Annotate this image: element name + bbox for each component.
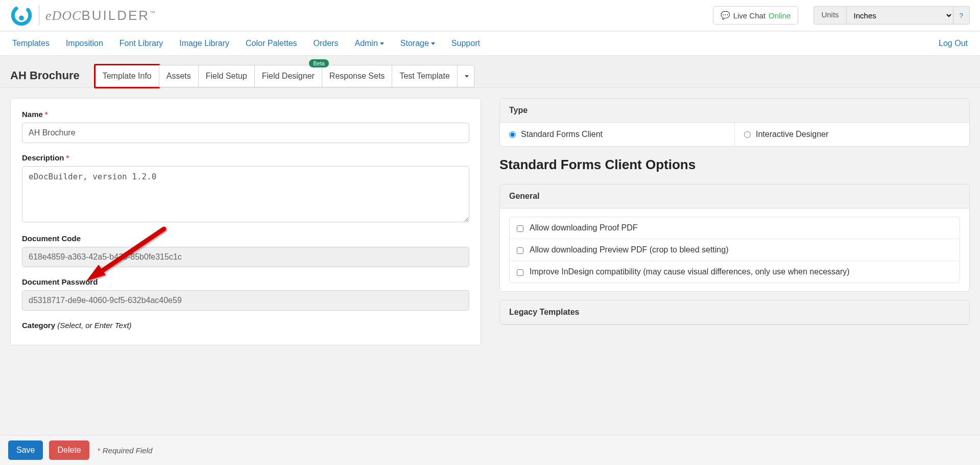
check-label: Improve InDesign compatibility (may caus… xyxy=(530,267,850,276)
live-chat-button[interactable]: 💬 Live Chat Online xyxy=(713,6,799,25)
check-allow-proof-pdf[interactable]: Allow downloading Proof PDF xyxy=(510,217,960,239)
name-input[interactable] xyxy=(22,123,469,143)
save-button[interactable]: Save xyxy=(8,440,43,460)
document-code-input xyxy=(22,247,469,267)
checkbox-indesign[interactable] xyxy=(517,269,523,276)
tab-field-designer[interactable]: Field Designer Beta xyxy=(254,65,322,87)
footer-bar: Save Delete * Required Field xyxy=(0,435,980,465)
nav-color-palettes[interactable]: Color Palettes xyxy=(244,32,299,55)
logo-icon xyxy=(10,4,33,27)
delete-button[interactable]: Delete xyxy=(49,440,89,460)
tab-more-dropdown[interactable] xyxy=(457,65,474,87)
nav-templates[interactable]: Templates xyxy=(10,32,52,55)
options-section-title: Standard Forms Client Options xyxy=(499,157,970,173)
type-radio-standard[interactable] xyxy=(509,131,516,138)
tab-test-template[interactable]: Test Template xyxy=(392,65,457,87)
nav-logout[interactable]: Log Out xyxy=(937,32,970,55)
category-label: Category (Select, or Enter Text) xyxy=(22,321,469,330)
general-panel: General Allow downloading Proof PDF Allo… xyxy=(499,184,970,292)
check-label: Allow downloading Proof PDF xyxy=(530,223,638,232)
logo-edoc: eDOC xyxy=(45,8,81,23)
top-right-controls: 💬 Live Chat Online Units Inches ? xyxy=(713,6,970,25)
type-panel-head: Type xyxy=(500,99,969,123)
help-button[interactable]: ? xyxy=(953,6,970,25)
type-options: Standard Forms Client Interactive Design… xyxy=(500,123,969,146)
name-label: Name* xyxy=(22,110,469,119)
legacy-panel: Legacy Templates xyxy=(499,300,970,325)
type-option-standard[interactable]: Standard Forms Client xyxy=(500,123,735,146)
svg-point-0 xyxy=(10,4,33,27)
right-column: Type Standard Forms Client Interactive D… xyxy=(499,98,970,325)
checkbox-proof-pdf[interactable] xyxy=(517,225,523,232)
tab-group: Template Info Assets Field Setup Field D… xyxy=(95,65,474,87)
svg-point-1 xyxy=(19,15,24,20)
nav-list: Templates Imposition Font Library Image … xyxy=(10,32,482,55)
nav-orders[interactable]: Orders xyxy=(312,32,341,55)
nav-font-library[interactable]: Font Library xyxy=(117,32,165,55)
required-note: * Required Field xyxy=(95,446,153,455)
description-input[interactable]: eDocBuilder, version 1.2.0 xyxy=(22,166,469,222)
general-panel-head: General xyxy=(500,184,969,208)
tab-assets[interactable]: Assets xyxy=(159,65,199,87)
nav-admin[interactable]: Admin xyxy=(352,32,386,55)
description-label: Description* xyxy=(22,153,469,162)
top-header: eDOCBUILDER™ 💬 Live Chat Online Units In… xyxy=(0,0,980,31)
field-description: Description* eDocBuilder, version 1.2.0 xyxy=(22,153,469,224)
units-control: Units Inches ? xyxy=(814,6,970,25)
check-allow-preview-pdf[interactable]: Allow downloading Preview PDF (crop to b… xyxy=(510,239,960,261)
beta-badge: Beta xyxy=(309,59,329,67)
field-document-password: Document Password xyxy=(22,277,469,311)
live-chat-status: Online xyxy=(769,11,791,20)
logo: eDOCBUILDER™ xyxy=(10,4,156,27)
category-hint: (Select, or Enter Text) xyxy=(57,321,131,330)
nav-imposition[interactable]: Imposition xyxy=(64,32,105,55)
units-select[interactable]: Inches xyxy=(846,6,953,25)
logo-tm: ™ xyxy=(150,10,156,16)
checkbox-preview-pdf[interactable] xyxy=(517,247,523,254)
check-label: Allow downloading Preview PDF (crop to b… xyxy=(530,245,729,254)
tab-response-sets[interactable]: Response Sets xyxy=(322,65,393,87)
document-code-label: Document Code xyxy=(22,234,469,243)
sub-bar: AH Brochure Template Info Assets Field S… xyxy=(0,56,980,88)
chevron-down-icon xyxy=(380,42,384,45)
nav-support[interactable]: Support xyxy=(449,32,482,55)
logo-text: eDOCBUILDER™ xyxy=(45,8,156,24)
document-password-label: Document Password xyxy=(22,277,469,286)
type-option-interactive[interactable]: Interactive Designer xyxy=(735,123,969,146)
nav-storage[interactable]: Storage xyxy=(398,32,437,55)
general-check-list: Allow downloading Proof PDF Allow downlo… xyxy=(509,217,960,283)
nav-right: Log Out xyxy=(937,32,970,55)
tab-template-info[interactable]: Template Info xyxy=(95,65,159,87)
chevron-down-icon xyxy=(465,75,469,78)
nav-image-library[interactable]: Image Library xyxy=(177,32,231,55)
logo-separator xyxy=(39,5,39,26)
main-nav: Templates Imposition Font Library Image … xyxy=(0,31,980,56)
field-document-code: Document Code xyxy=(22,234,469,267)
type-radio-interactive[interactable] xyxy=(744,131,751,138)
type-option-label: Standard Forms Client xyxy=(521,130,603,139)
page-title: AH Brochure xyxy=(10,65,80,82)
type-panel: Type Standard Forms Client Interactive D… xyxy=(499,98,970,147)
document-password-input xyxy=(22,290,469,311)
live-chat-label: Live Chat xyxy=(733,11,766,20)
units-label: Units xyxy=(814,6,846,25)
check-indesign-compat[interactable]: Improve InDesign compatibility (may caus… xyxy=(510,261,960,283)
legacy-panel-head: Legacy Templates xyxy=(500,300,969,324)
type-option-label: Interactive Designer xyxy=(756,130,828,139)
chat-icon: 💬 xyxy=(721,11,730,20)
chevron-down-icon xyxy=(431,42,435,45)
tab-field-setup[interactable]: Field Setup xyxy=(198,65,255,87)
field-category: Category (Select, or Enter Text) xyxy=(22,321,469,330)
logo-builder: BUILDER xyxy=(81,8,150,23)
template-info-card: Name* Description* eDocBuilder, version … xyxy=(10,98,481,345)
field-name: Name* xyxy=(22,110,469,143)
content: Name* Description* eDocBuilder, version … xyxy=(0,88,980,356)
